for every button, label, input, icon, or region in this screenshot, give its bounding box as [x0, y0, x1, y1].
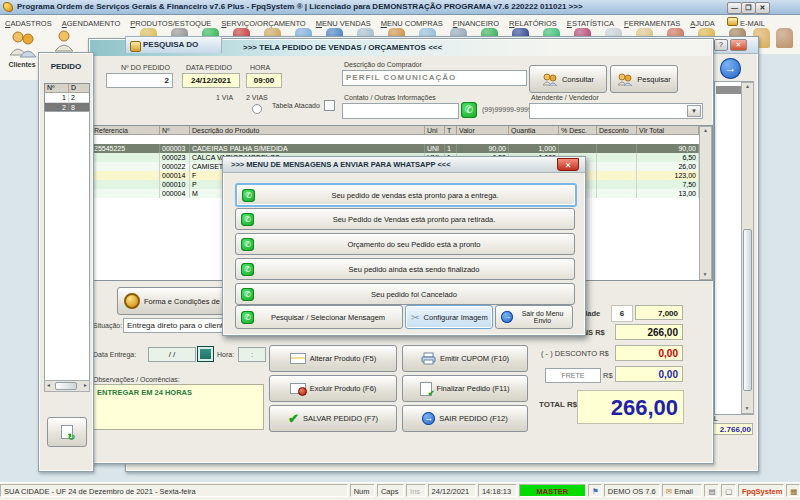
whatsapp-icon-button[interactable]: ✆	[461, 102, 477, 118]
whatsapp-message-button[interactable]: ✆Seu pedido de vendas está pronto para a…	[235, 183, 577, 207]
salvar-pedido-button[interactable]: ✔ SALVAR PEDIDO (F7)	[269, 405, 397, 432]
pesquisa-selected-row[interactable]	[716, 86, 741, 94]
grid-column-header[interactable]: Vlr Total	[637, 126, 699, 135]
minimize-button[interactable]: —	[727, 2, 742, 14]
calendar-icon-button[interactable]	[197, 346, 214, 362]
pesquisa-close-button[interactable]: ✕	[730, 39, 747, 51]
excluir-produto-button[interactable]: Excluir Produto (F6)	[269, 375, 397, 402]
desconto-label: ( - ) DESCONTO R$	[541, 349, 609, 358]
envelope-icon: ✉	[666, 487, 672, 496]
menu-item[interactable]: FERRAMENTAS	[619, 17, 685, 28]
data-pedido-label: DATA PEDIDO	[186, 64, 232, 71]
grid-column-header[interactable]: Desconto	[597, 126, 637, 135]
frete-rs-label: R$	[603, 371, 613, 380]
pedido-hscrollbar[interactable]: ◄ ►	[44, 380, 90, 392]
menu-item[interactable]: RELATÓRIOS	[504, 17, 562, 28]
grid-cell: 13,00	[637, 189, 699, 198]
alterar-produto-button[interactable]: Alterar Produto (F5)	[269, 345, 397, 372]
grid-cell: 123,00	[637, 171, 699, 180]
pesquisa-help-button[interactable]: ?	[714, 39, 728, 51]
tabela-atacado-checkbox[interactable]	[324, 100, 335, 111]
close-button[interactable]: ✕	[755, 2, 770, 14]
sair-menu-envio-button[interactable]: → Sair do Menu Envio	[495, 305, 573, 329]
menu-item[interactable]: CADASTROS	[0, 17, 57, 28]
whatsapp-message-label: Seu Pedido de Vendas está pronto para re…	[254, 215, 574, 224]
status-printer-icon[interactable]: ▤	[704, 484, 719, 497]
grid-cell: 000014	[160, 171, 190, 180]
maximize-button[interactable]: ❐	[741, 2, 756, 14]
consultar-button[interactable]: Consultar	[529, 65, 607, 93]
dialog-close-button[interactable]: ✕	[557, 158, 579, 171]
scroll-left-icon[interactable]: ◄	[46, 382, 51, 389]
menu-item[interactable]: ESTATÍSTICA	[562, 17, 619, 28]
scroll-up-icon[interactable]: ▲	[742, 83, 753, 90]
hscroll-thumb[interactable]	[55, 382, 77, 390]
app-titlebar: Programa Ordem de Serviços Gerais & Fina…	[0, 0, 800, 15]
pesquisa-list-scrollbar[interactable]: ▲ ▼	[741, 82, 754, 414]
data-entrega-input[interactable]: / /	[148, 347, 196, 362]
grid-column-header[interactable]: T	[445, 126, 457, 135]
second-toolbar-icon[interactable]	[52, 29, 76, 53]
grid-column-header[interactable]: Uni	[425, 126, 445, 135]
menu-item[interactable]: SERVIÇO/ORÇAMENTO	[216, 17, 310, 28]
finalizar-pedido-button[interactable]: ✔ Finalizar Pedido (F11)	[402, 375, 528, 402]
pedido-list-box[interactable]	[44, 111, 90, 381]
grid-scroll-down-icon[interactable]: ▼	[700, 271, 710, 278]
hora-entrega-input[interactable]: :	[238, 347, 266, 362]
menu-item-email[interactable]: E-MAIL	[722, 15, 770, 28]
pesquisar-button[interactable]: Pesquisar	[610, 65, 678, 93]
whatsapp-message-button[interactable]: ✆Orçamento do seu Pedido está a pronto	[235, 233, 575, 255]
status-date: 24/12/2021	[428, 484, 476, 497]
configurar-imagem-button[interactable]: ✂ Configurar Imagem	[405, 305, 493, 329]
atendente-dropdown[interactable]: ▼	[529, 103, 703, 119]
comprador-input[interactable]: PERFIL COMUNICAÇÃO	[342, 70, 527, 86]
status-master-badge: MASTER	[519, 484, 586, 497]
observacoes-textarea[interactable]: ENTREGAR EM 24 HORAS	[92, 384, 264, 430]
data-pedido-field[interactable]: 24/12/2021	[182, 73, 240, 88]
menu-item[interactable]: MENU COMPRAS	[376, 17, 448, 28]
status-monitor-icon[interactable]: ▢	[721, 484, 736, 497]
toolbar-icon[interactable]	[776, 28, 793, 48]
whatsapp-message-button[interactable]: ✆Seu pedido ainda está sendo finalizado	[235, 258, 575, 280]
scroll-right-icon[interactable]: ►	[83, 382, 88, 389]
emitir-cupom-button[interactable]: Emitir CUPOM (F10)	[402, 345, 528, 372]
vias-radio[interactable]	[252, 104, 262, 114]
frete-input[interactable]: FRETE	[545, 368, 601, 383]
scroll-down-icon[interactable]: ▼	[742, 405, 752, 412]
whatsapp-icon: ✆	[241, 288, 254, 301]
grid-scrollbar[interactable]: ▲ ▼	[699, 126, 712, 280]
menu-item[interactable]: MENU VENDAS	[311, 17, 376, 28]
menu-item[interactable]: AGENDAMENTO	[57, 17, 126, 28]
pedido-refresh-doc-button[interactable]: ↻	[47, 417, 87, 447]
status-location: SUA CIDADE - UF 24 de Dezembro de 2021 -…	[0, 484, 348, 497]
clientes-toolbar-button[interactable]: Clientes	[2, 29, 42, 75]
num-pedido-input[interactable]: 2	[106, 73, 173, 88]
pedido-row[interactable]: 1 2	[45, 93, 89, 103]
status-clipboard-icon[interactable]: ▦	[786, 484, 800, 497]
pesquisa-next-arrow-button[interactable]: →	[720, 58, 741, 79]
menu-item[interactable]: FINANCEIRO	[448, 17, 504, 28]
grid-column-header[interactable]: Valor	[457, 126, 509, 135]
grid-column-header[interactable]: Referencia	[92, 126, 160, 135]
hora-field[interactable]: 09:00	[246, 73, 282, 88]
sair-pedido-button[interactable]: → SAIR PEDIDO (F12)	[402, 405, 528, 432]
scroll-thumb[interactable]	[743, 229, 752, 391]
grid-column-header[interactable]: Nº	[160, 126, 190, 135]
whatsapp-message-button[interactable]: ✆Seu Pedido de Vendas está pronto para r…	[235, 208, 575, 230]
menu-item[interactable]: AJUDA	[685, 17, 720, 28]
pesquisa-result-list[interactable]: ▲ ▼	[714, 81, 754, 415]
product-grid-row[interactable]: 25545225000003CADEIRAS PALHA S/MEDIDAUNI…	[92, 144, 712, 153]
menu-item[interactable]: PRODUTOS/ESTOQUE	[125, 17, 216, 28]
grid-scroll-up-icon[interactable]: ▲	[700, 127, 711, 134]
status-email-button[interactable]: ✉ Email	[662, 484, 703, 497]
chevron-down-icon[interactable]: ▼	[687, 105, 701, 117]
refresh-icon: ↻	[67, 432, 75, 442]
grid-column-header[interactable]: % Desc.	[559, 126, 597, 135]
whatsapp-message-button[interactable]: ✆Seu pedido foi Cancelado	[235, 283, 575, 305]
grid-column-header[interactable]: Descrição do Produto	[190, 126, 425, 135]
contato-input[interactable]	[342, 103, 459, 119]
grid-column-header[interactable]: Quantia	[509, 126, 559, 135]
pedido-col-num: Nº	[45, 84, 69, 92]
consultar-people-icon	[542, 73, 558, 86]
pesquisar-mensagem-button[interactable]: ✆ Pesquisar / Selecionar Mensagem	[235, 305, 403, 329]
